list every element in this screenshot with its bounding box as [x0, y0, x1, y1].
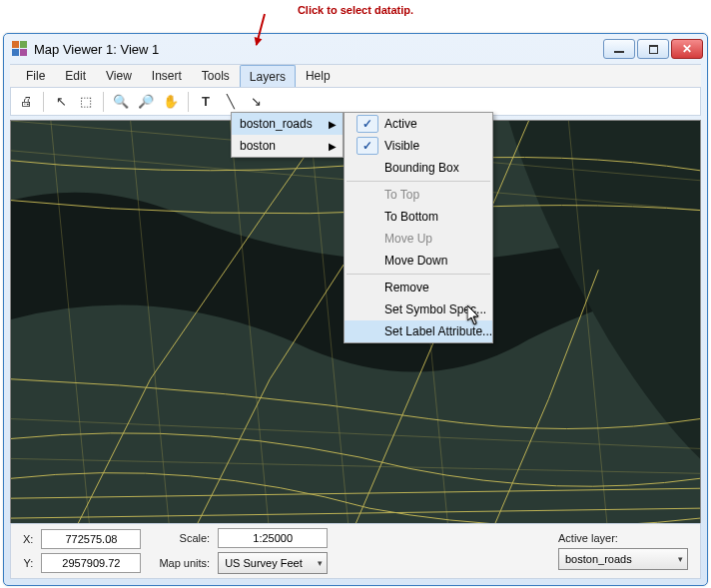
line-tool-icon[interactable]: ╲ — [220, 91, 242, 113]
check-icon: ✓ — [356, 115, 378, 133]
text-tool-icon[interactable]: T — [195, 91, 217, 113]
separator — [43, 92, 44, 112]
separator — [347, 181, 490, 182]
ctx-remove[interactable]: Remove — [345, 277, 492, 298]
separator — [103, 92, 104, 112]
ctx-to-bottom[interactable]: To Bottom — [345, 206, 492, 228]
maximize-button[interactable] — [637, 39, 669, 59]
ctx-to-top: To Top — [345, 184, 492, 206]
menu-edit[interactable]: Edit — [55, 65, 96, 87]
minimize-button[interactable] — [603, 39, 635, 59]
select-icon[interactable]: ↖ — [50, 91, 72, 113]
menu-file[interactable]: File — [16, 65, 55, 87]
menu-tools[interactable]: Tools — [192, 65, 240, 87]
layers-dropdown: boston_roads▶ boston▶ — [231, 112, 344, 158]
titlebar[interactable]: Map Viewer 1: View 1 ✕ — [4, 34, 707, 64]
check-icon: ✓ — [356, 137, 378, 155]
chevron-right-icon: ▶ — [329, 141, 337, 152]
y-label: Y: — [24, 557, 34, 569]
marquee-icon[interactable]: ⬚ — [75, 91, 97, 113]
ctx-active[interactable]: ✓Active — [345, 113, 492, 135]
menu-insert[interactable]: Insert — [142, 65, 192, 87]
print-icon[interactable]: 🖨 — [15, 91, 37, 113]
ctx-visible[interactable]: ✓Visible — [345, 135, 492, 157]
callout-text: Click to select datatip. — [298, 2, 413, 16]
separator — [347, 274, 490, 275]
units-select[interactable]: US Survey Feet — [218, 552, 328, 574]
layer-item-boston[interactable]: boston▶ — [232, 135, 343, 157]
scale-label: Scale: — [180, 532, 211, 544]
layer-item-boston-roads[interactable]: boston_roads▶ — [232, 113, 343, 135]
statusbar: X: 772575.08 Y: 2957909.72 Scale: 1:2500… — [10, 523, 701, 579]
scale-field[interactable]: 1:25000 — [218, 528, 328, 548]
x-field: 772575.08 — [41, 529, 141, 549]
zoom-in-icon[interactable]: 🔍 — [110, 91, 132, 113]
chevron-right-icon: ▶ — [329, 119, 337, 130]
mouse-cursor-icon — [467, 305, 481, 325]
x-label: X: — [23, 533, 33, 545]
units-label: Map units: — [159, 557, 210, 569]
window-title: Map Viewer 1: View 1 — [34, 42, 603, 57]
ctx-move-down[interactable]: Move Down — [345, 250, 492, 272]
pan-icon[interactable]: ✋ — [160, 91, 182, 113]
arrow-tool-icon[interactable]: ↘ — [245, 91, 267, 113]
y-field: 2957909.72 — [41, 553, 141, 573]
separator — [188, 92, 189, 112]
ctx-move-up: Move Up — [345, 228, 492, 250]
app-icon — [12, 41, 28, 57]
zoom-out-icon[interactable]: 🔎 — [135, 91, 157, 113]
menu-view[interactable]: View — [96, 65, 142, 87]
active-layer-label: Active layer: — [558, 532, 688, 544]
menu-layers[interactable]: Layers — [240, 65, 296, 87]
menubar: File Edit View Insert Tools Layers Help — [10, 64, 701, 88]
menu-help[interactable]: Help — [296, 65, 341, 87]
app-window: Map Viewer 1: View 1 ✕ File Edit View In… — [3, 33, 708, 586]
active-layer-select[interactable]: boston_roads — [558, 548, 688, 570]
ctx-bounding-box[interactable]: Bounding Box — [345, 157, 492, 179]
close-button[interactable]: ✕ — [671, 39, 703, 59]
